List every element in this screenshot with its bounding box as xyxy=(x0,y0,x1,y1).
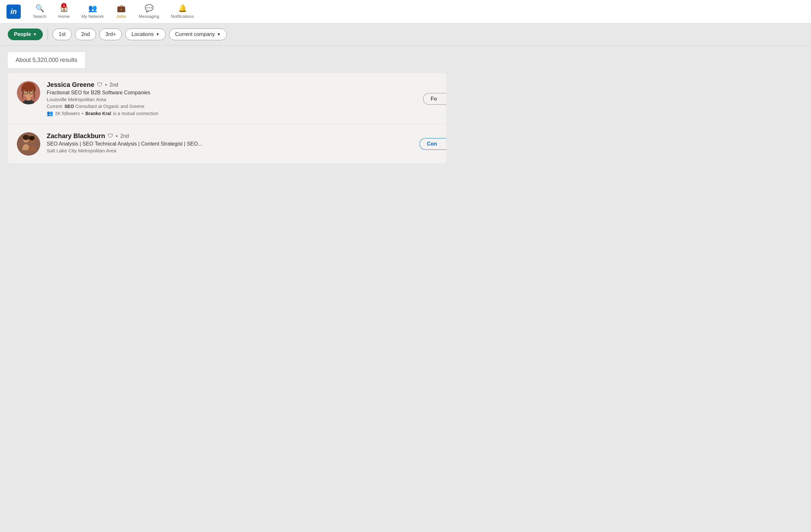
3rd-label: 3rd+ xyxy=(105,31,116,37)
filter-divider xyxy=(47,29,48,40)
svg-rect-7 xyxy=(27,97,30,100)
3rd-connection-filter[interactable]: 3rd+ xyxy=(99,29,122,40)
1st-label: 1st xyxy=(59,31,65,37)
result-name[interactable]: Zachary Blackburn xyxy=(47,132,105,140)
navbar: in 🔍 Search 🏠 1 Home 👥 My Network 💼 Jobs… xyxy=(0,0,811,24)
current-role-bold: SEO xyxy=(64,104,74,109)
zachary-avatar-image xyxy=(17,132,40,156)
current-company-label: Current company xyxy=(175,31,215,37)
nav-label-search: Search xyxy=(33,14,46,19)
degree-separator: • xyxy=(116,133,118,139)
nav-item-home[interactable]: 🏠 1 Home xyxy=(52,2,76,21)
connection-degree: 2nd xyxy=(109,82,118,88)
nav-item-messaging[interactable]: 💬 Messaging xyxy=(133,2,165,21)
filter-bar: People ▼ 1st 2nd 3rd+ Locations ▼ Curren… xyxy=(0,24,811,46)
2nd-connection-filter[interactable]: 2nd xyxy=(75,29,96,40)
verified-icon: 🛡 xyxy=(97,82,103,88)
mutual-separator: • xyxy=(82,111,83,116)
nav-item-notifications[interactable]: 🔔 Notifications xyxy=(165,2,200,21)
nav-item-my-network[interactable]: 👥 My Network xyxy=(76,2,110,21)
result-name-row: Zachary Blackburn 🛡 • 2nd xyxy=(47,132,437,140)
nav-item-jobs[interactable]: 💼 Jobs xyxy=(110,2,133,21)
jessica-avatar-image xyxy=(17,81,40,104)
nav-label-home: Home xyxy=(58,14,70,19)
nav-label-messaging: Messaging xyxy=(139,14,159,19)
result-current: Current: SEO Consultant at Organic and G… xyxy=(47,104,437,109)
jobs-icon: 💼 xyxy=(117,4,125,13)
nav-items: 🔍 Search 🏠 1 Home 👥 My Network 💼 Jobs 💬 … xyxy=(27,2,200,21)
result-headline: SEO Analysis | SEO Technical Analysis | … xyxy=(47,141,437,147)
result-name[interactable]: Jessica Greene xyxy=(47,81,94,89)
svg-point-13 xyxy=(29,136,35,140)
current-company-filter-button[interactable]: Current company ▼ xyxy=(169,29,227,40)
followers-count: 2K followers xyxy=(55,111,80,116)
current-company-chevron-icon: ▼ xyxy=(217,32,220,37)
locations-filter-label: Locations xyxy=(132,31,154,37)
result-name-row: Jessica Greene 🛡 • 2nd xyxy=(47,81,437,89)
people-filter-button[interactable]: People ▼ xyxy=(8,29,43,40)
my-network-icon: 👥 xyxy=(88,4,97,13)
locations-filter-button[interactable]: Locations ▼ xyxy=(125,29,166,40)
result-location: Salt Lake City Metropolitan Area xyxy=(47,148,437,153)
svg-point-3 xyxy=(22,82,35,91)
locations-chevron-icon: ▼ xyxy=(156,32,159,37)
verified-icon: 🛡 xyxy=(108,133,113,139)
result-info: Jessica Greene 🛡 • 2nd Fractional SEO fo… xyxy=(47,81,437,116)
mutual-name[interactable]: Branko Kral xyxy=(85,111,111,116)
degree-badge: • xyxy=(105,82,107,88)
results-count: About 5,320,000 results xyxy=(8,52,85,68)
messaging-icon: 💬 xyxy=(145,4,153,13)
search-icon: 🔍 xyxy=(35,4,44,13)
table-row: Zachary Blackburn 🛡 • 2nd SEO Analysis |… xyxy=(8,125,446,163)
nav-label-my-network: My Network xyxy=(81,14,104,19)
notifications-icon: 🔔 xyxy=(178,4,187,13)
results-card: Jessica Greene 🛡 • 2nd Fractional SEO fo… xyxy=(8,73,446,163)
result-headline: Fractional SEO for B2B Software Companie… xyxy=(47,90,437,96)
result-mutual: 👥 2K followers • Branko Kral is a mutual… xyxy=(47,110,437,116)
mutual-connections-icon: 👥 xyxy=(47,110,53,116)
linkedin-logo[interactable]: in xyxy=(6,4,21,19)
current-role-rest: Consultant at Organic and Greene xyxy=(74,104,144,109)
people-chevron-icon: ▼ xyxy=(33,32,37,37)
follow-button[interactable]: Fo xyxy=(423,93,446,105)
nav-item-search[interactable]: 🔍 Search xyxy=(27,2,52,21)
avatar[interactable] xyxy=(17,132,40,156)
2nd-label: 2nd xyxy=(81,31,90,37)
1st-connection-filter[interactable]: 1st xyxy=(52,29,72,40)
nav-label-jobs: Jobs xyxy=(117,14,126,19)
main-content: About 5,320,000 results xyxy=(0,46,454,170)
connection-degree: 2nd xyxy=(120,133,129,139)
people-filter-label: People xyxy=(14,31,31,37)
result-location: Louisville Metropolitan Area xyxy=(47,97,437,102)
result-info: Zachary Blackburn 🛡 • 2nd SEO Analysis |… xyxy=(47,132,437,155)
svg-rect-9 xyxy=(17,132,40,156)
avatar[interactable] xyxy=(17,81,40,104)
connect-button[interactable]: Con xyxy=(419,138,446,150)
nav-label-notifications: Notifications xyxy=(171,14,194,19)
table-row: Jessica Greene 🛡 • 2nd Fractional SEO fo… xyxy=(8,73,446,125)
svg-point-12 xyxy=(23,135,29,140)
mutual-text: is a mutual connection xyxy=(113,111,158,116)
